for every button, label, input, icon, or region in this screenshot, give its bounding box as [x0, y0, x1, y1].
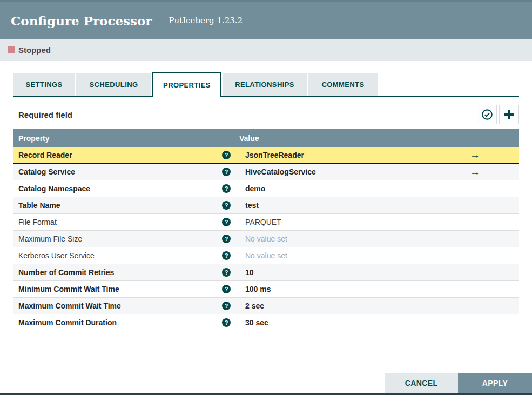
property-value[interactable]: 2 sec: [235, 298, 462, 314]
property-value-empty[interactable]: No value set: [235, 247, 462, 264]
property-value[interactable]: PARQUET: [235, 214, 462, 230]
table-header-row: Property Value: [13, 129, 519, 147]
check-circle-icon: [481, 109, 493, 120]
tab-settings[interactable]: SETTINGS: [13, 73, 75, 96]
verify-properties-button[interactable]: [477, 105, 497, 124]
property-name: Maximum Commit Wait Time: [18, 302, 121, 310]
question-circle-icon[interactable]: [222, 201, 231, 210]
tab-comments[interactable]: COMMENTS: [308, 73, 378, 96]
tab-bar: SETTINGS SCHEDULING PROPERTIES RELATIONS…: [13, 72, 519, 97]
configure-processor-dialog: Configure Processor PutIceberg 1.23.2 St…: [0, 0, 532, 395]
question-circle-icon[interactable]: [222, 318, 231, 327]
table-row[interactable]: Minimum Commit Wait Time 100 ms: [13, 281, 519, 298]
question-circle-icon[interactable]: [222, 251, 231, 260]
table-row[interactable]: Table Name test: [13, 197, 519, 214]
tab-scheduling[interactable]: SCHEDULING: [76, 73, 151, 96]
property-name: Catalog Service: [18, 168, 75, 176]
cancel-button[interactable]: CANCEL: [385, 373, 458, 393]
property-name: Record Reader: [18, 151, 72, 159]
question-circle-icon[interactable]: [222, 218, 231, 226]
tab-label: SCHEDULING: [90, 81, 138, 89]
required-field-label: Required field: [13, 110, 72, 119]
property-name: Kerberos User Service: [18, 251, 95, 260]
table-row[interactable]: File Format PARQUET: [13, 214, 519, 231]
column-header-property: Property: [13, 134, 235, 143]
table-row[interactable]: Number of Commit Retries 10: [13, 264, 519, 281]
title-divider: [160, 15, 160, 26]
question-circle-icon[interactable]: [222, 268, 231, 277]
property-name: Catalog Namespace: [18, 184, 90, 193]
processor-type-version: PutIceberg 1.23.2: [169, 16, 243, 25]
dialog-header: Configure Processor PutIceberg 1.23.2: [0, 0, 532, 39]
property-value[interactable]: 10: [235, 264, 462, 280]
stopped-status-icon: [8, 46, 15, 53]
table-row[interactable]: Catalog Namespace demo: [13, 180, 519, 197]
property-value-empty[interactable]: No value set: [235, 231, 462, 247]
status-bar: Stopped: [0, 39, 532, 61]
property-name: Table Name: [18, 201, 60, 210]
property-value[interactable]: 30 sec: [235, 314, 462, 331]
property-name: Maximum File Size: [18, 235, 82, 243]
tab-label: RELATIONSHIPS: [235, 81, 294, 89]
add-property-button[interactable]: [499, 105, 519, 124]
table-row[interactable]: Maximum File Size No value set: [13, 231, 519, 247]
plus-icon: [504, 110, 514, 119]
properties-table: Property Value Record Reader JsonTreeRea…: [13, 129, 519, 331]
table-row[interactable]: Maximum Commit Duration 30 sec: [13, 314, 519, 331]
property-value[interactable]: JsonTreeReader: [235, 147, 462, 163]
table-row[interactable]: Maximum Commit Wait Time 2 sec: [13, 298, 519, 314]
question-circle-icon[interactable]: [222, 235, 231, 243]
tab-relationships[interactable]: RELATIONSHIPS: [223, 73, 307, 96]
status-label: Stopped: [18, 45, 51, 55]
property-name: Number of Commit Retries: [18, 268, 114, 277]
tab-properties[interactable]: PROPERTIES: [152, 72, 221, 97]
property-value[interactable]: test: [235, 197, 462, 213]
table-row[interactable]: Kerberos User Service No value set: [13, 247, 519, 264]
question-circle-icon[interactable]: [222, 302, 231, 310]
go-to-service-arrow-icon[interactable]: [470, 150, 480, 160]
question-circle-icon[interactable]: [222, 184, 231, 193]
go-to-service-arrow-icon[interactable]: [470, 167, 480, 177]
property-value[interactable]: HiveCatalogService: [235, 164, 462, 180]
tab-label: PROPERTIES: [163, 81, 211, 89]
question-circle-icon[interactable]: [222, 285, 231, 293]
dialog-content: SETTINGS SCHEDULING PROPERTIES RELATIONS…: [0, 72, 532, 331]
dialog-footer: CANCEL APPLY: [385, 373, 532, 393]
property-value[interactable]: 100 ms: [235, 281, 462, 297]
column-header-value: Value: [235, 134, 462, 143]
question-circle-icon[interactable]: [222, 151, 231, 159]
table-row[interactable]: Record Reader JsonTreeReader: [13, 147, 519, 164]
dialog-title: Configure Processor: [11, 14, 152, 28]
property-name: Maximum Commit Duration: [18, 318, 117, 327]
property-name: Minimum Commit Wait Time: [18, 285, 119, 293]
property-value[interactable]: demo: [235, 180, 462, 197]
tab-label: SETTINGS: [25, 81, 62, 89]
apply-button[interactable]: APPLY: [458, 373, 532, 393]
property-name: File Format: [18, 218, 57, 226]
properties-toolbar: Required field: [13, 104, 519, 125]
tab-label: COMMENTS: [321, 81, 364, 89]
question-circle-icon[interactable]: [222, 168, 231, 176]
table-row[interactable]: Catalog Service HiveCatalogService: [13, 164, 519, 180]
